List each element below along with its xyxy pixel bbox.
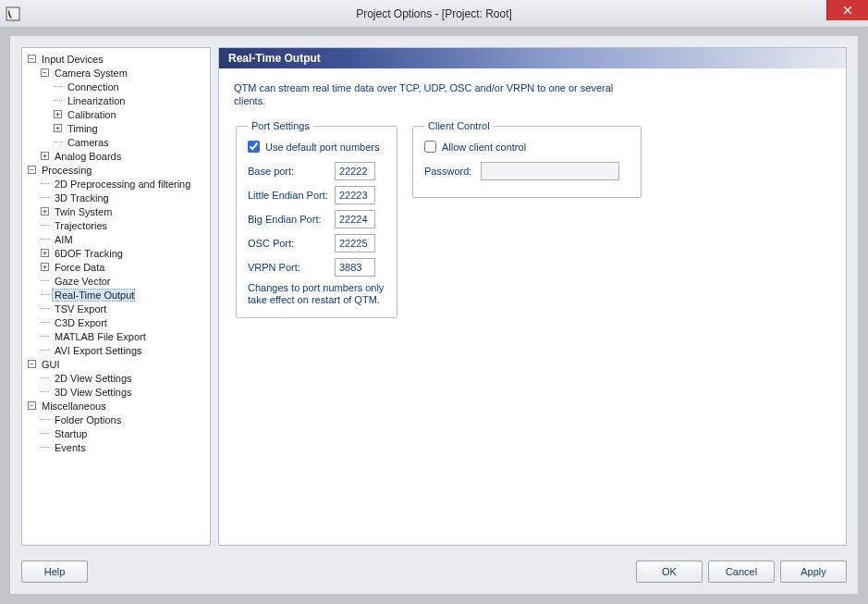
tree-leaf-icon <box>54 138 62 146</box>
tree-item-cameras[interactable]: Cameras <box>54 135 204 149</box>
close-icon <box>843 6 852 15</box>
little-endian-port-input[interactable] <box>335 186 375 204</box>
tree-item-2d-view[interactable]: 2D View Settings <box>41 371 204 385</box>
tree-leaf-icon <box>41 443 49 451</box>
dialog-frame: −Input Devices −Camera System Connection… <box>9 35 859 595</box>
tree-leaf-icon <box>41 235 49 243</box>
tree-item-tsv-export[interactable]: TSV Export <box>41 302 204 315</box>
nav-tree[interactable]: −Input Devices −Camera System Connection… <box>21 47 211 546</box>
help-button[interactable]: Help <box>21 561 88 583</box>
tree-item-connection[interactable]: Connection <box>54 80 204 93</box>
tree-item-camera-system[interactable]: −Camera System <box>41 66 204 80</box>
tree-item-gaze-vector[interactable]: Gaze Vector <box>41 274 204 288</box>
tree-item-trajectories[interactable]: Trajectories <box>41 218 204 232</box>
tree-leaf-icon <box>41 415 49 424</box>
tree-item-real-time-output[interactable]: Real-Time Output <box>41 288 204 302</box>
dialog-buttons: Help OK Cancel Apply <box>21 559 847 585</box>
vrpn-port-label: VRPN Port: <box>248 262 329 273</box>
tree-item-3d-view[interactable]: 3D View Settings <box>41 385 204 399</box>
close-button[interactable] <box>826 0 868 20</box>
base-port-label: Base port: <box>248 166 329 177</box>
allow-client-control-checkbox[interactable] <box>424 141 436 153</box>
tree-item-twin-system[interactable]: +Twin System <box>41 204 204 218</box>
tree-item-processing[interactable]: −Processing <box>28 163 204 177</box>
osc-port-input[interactable] <box>335 234 375 253</box>
password-input[interactable] <box>481 162 619 180</box>
tree-leaf-icon <box>41 290 49 299</box>
tree-item-6dof[interactable]: +6DOF Tracking <box>41 246 204 260</box>
tree-item-3d-tracking[interactable]: 3D Tracking <box>41 191 204 204</box>
use-default-ports-label: Use default port numbers <box>265 142 380 153</box>
panel-title: Real-Time Output <box>219 48 846 68</box>
expand-icon[interactable]: + <box>41 152 49 160</box>
port-settings-legend: Port Settings <box>248 120 313 131</box>
tree-item-events[interactable]: Events <box>41 440 204 454</box>
vrpn-port-input[interactable] <box>335 258 375 277</box>
tree-leaf-icon <box>41 346 49 354</box>
use-default-ports-checkbox[interactable] <box>248 141 260 153</box>
tree-item-analog-boards[interactable]: +Analog Boards <box>41 149 204 163</box>
tree-item-c3d-export[interactable]: C3D Export <box>41 315 204 329</box>
collapse-icon[interactable]: − <box>28 360 36 368</box>
client-control-legend: Client Control <box>424 120 494 131</box>
tree-leaf-icon <box>41 429 49 438</box>
client-control-group: Client Control Allow client control Pass… <box>412 120 642 198</box>
tree-item-matlab-export[interactable]: MATLAB File Export <box>41 329 204 343</box>
expand-icon[interactable]: + <box>54 124 62 132</box>
collapse-icon[interactable]: − <box>28 55 36 63</box>
ok-button[interactable]: OK <box>636 561 703 583</box>
tree-item-aim[interactable]: AIM <box>41 232 204 246</box>
port-settings-group: Port Settings Use default port numbers B… <box>236 120 397 318</box>
tree-leaf-icon <box>41 374 49 382</box>
base-port-input[interactable] <box>335 162 375 180</box>
tree-item-gui[interactable]: −GUI <box>28 357 204 371</box>
cancel-button[interactable]: Cancel <box>708 561 775 583</box>
tree-leaf-icon <box>41 193 49 202</box>
window-title: Project Options - [Project: Root] <box>356 7 512 20</box>
tree-item-linearization[interactable]: Linearization <box>54 93 204 107</box>
expand-icon[interactable]: + <box>41 207 49 216</box>
tree-leaf-icon <box>41 179 49 188</box>
content-panel: Real-Time Output QTM can stream real tim… <box>218 47 847 546</box>
tree-item-timing[interactable]: +Timing <box>54 121 204 135</box>
apply-button[interactable]: Apply <box>780 561 847 583</box>
app-icon <box>6 6 20 21</box>
osc-port-label: OSC Port: <box>248 238 329 249</box>
tree-item-startup[interactable]: Startup <box>41 426 204 440</box>
titlebar: Project Options - [Project: Root] <box>0 0 868 28</box>
expand-icon[interactable]: + <box>41 249 49 257</box>
tree-leaf-icon <box>41 221 49 229</box>
collapse-icon[interactable]: − <box>41 68 49 77</box>
tree-item-force-data[interactable]: +Force Data <box>41 260 204 274</box>
big-endian-port-input[interactable] <box>335 210 375 228</box>
tree-leaf-icon <box>41 304 49 313</box>
tree-item-avi-export[interactable]: AVI Export Settings <box>41 343 204 357</box>
tree-leaf-icon <box>41 277 49 285</box>
tree-leaf-icon <box>54 82 62 91</box>
allow-client-control-label: Allow client control <box>442 142 526 153</box>
port-restart-note: Changes to port numbers only take effect… <box>248 282 385 306</box>
little-endian-port-label: Little Endian Port: <box>248 190 329 201</box>
panel-description: QTM can stream real time data over TCP, … <box>234 81 622 107</box>
tree-leaf-icon <box>41 388 49 396</box>
tree-leaf-icon <box>41 332 49 340</box>
password-label: Password: <box>424 166 475 177</box>
collapse-icon[interactable]: − <box>28 401 36 410</box>
tree-item-input-devices[interactable]: −Input Devices <box>28 52 204 66</box>
collapse-icon[interactable]: − <box>28 166 36 174</box>
expand-icon[interactable]: + <box>41 263 49 271</box>
tree-item-miscellaneous[interactable]: −Miscellaneous <box>28 399 204 413</box>
expand-icon[interactable]: + <box>54 110 62 118</box>
tree-leaf-icon <box>41 318 49 327</box>
tree-leaf-icon <box>54 96 62 105</box>
tree-item-2d-preprocessing[interactable]: 2D Preprocessing and filtering <box>41 177 204 191</box>
tree-item-calibration[interactable]: +Calibration <box>54 107 204 121</box>
tree-item-folder-options[interactable]: Folder Options <box>41 413 204 426</box>
big-endian-port-label: Big Endian Port: <box>248 214 329 225</box>
